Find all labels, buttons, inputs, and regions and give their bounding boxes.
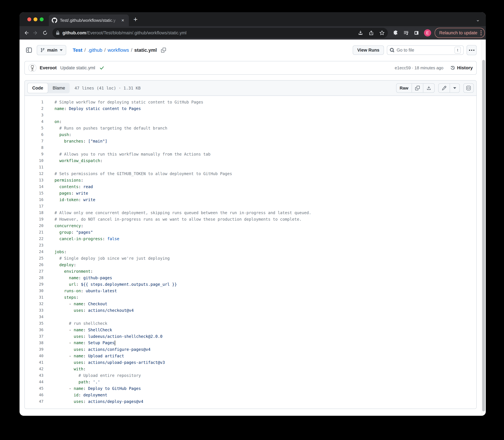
minimize-window-button[interactable] (34, 17, 37, 21)
line-number[interactable]: 32 (25, 302, 43, 306)
browser-menu-kebab-icon[interactable] (481, 30, 482, 35)
file-header: main Test / .github / workflows / static… (20, 40, 482, 57)
breadcrumb-separator: / (84, 47, 86, 53)
close-window-button[interactable] (27, 17, 31, 21)
breadcrumb-dir-link[interactable]: workflows (108, 47, 129, 53)
raw-button[interactable]: Raw (396, 84, 412, 92)
tab-code[interactable]: Code (27, 83, 48, 93)
bookmark-star-icon[interactable] (379, 30, 385, 35)
tab-strip-chevron-icon[interactable]: ⌄ (476, 17, 480, 22)
commit-sha-time[interactable]: e1ecc59 · 18 minutes ago (395, 65, 443, 70)
line-number[interactable]: 15 (25, 191, 43, 195)
save-download-icon[interactable] (358, 30, 363, 35)
view-runs-button[interactable]: View Runs (353, 45, 384, 55)
go-to-file-input[interactable]: Go to file t (387, 45, 464, 55)
line-number[interactable]: 19 (25, 217, 43, 221)
line-number[interactable]: 39 (25, 347, 43, 351)
line-number[interactable]: 34 (25, 315, 43, 319)
line-number[interactable]: 4 (25, 119, 43, 124)
line-number[interactable]: 47 (25, 399, 43, 404)
line-number[interactable]: 45 (25, 386, 43, 391)
line-number[interactable]: 23 (25, 243, 43, 247)
back-icon[interactable] (23, 30, 29, 36)
breadcrumb-dir-link[interactable]: .github (88, 47, 102, 53)
commit-author-avatar[interactable] (28, 64, 36, 72)
profile-avatar[interactable]: E (424, 29, 431, 36)
line-number[interactable]: 46 (25, 393, 43, 397)
copy-path-icon[interactable] (161, 48, 166, 53)
commit-message[interactable]: Update static.yml (60, 65, 95, 70)
media-playlist-icon[interactable] (403, 30, 409, 35)
code-line: 14 contents: read (25, 183, 476, 190)
line-number[interactable]: 24 (25, 250, 43, 254)
code-line: 21 group: "pages" (25, 229, 476, 235)
line-number[interactable]: 6 (25, 132, 43, 137)
line-number[interactable]: 43 (25, 373, 43, 378)
file-tree-toggle-icon[interactable] (26, 47, 32, 53)
line-number[interactable]: 7 (25, 139, 43, 143)
header-actions: View Runs Go to file t (353, 45, 477, 55)
line-number[interactable]: 14 (25, 185, 43, 189)
side-panel-icon[interactable] (414, 30, 419, 35)
relaunch-to-update-button[interactable]: Relaunch to update (435, 28, 485, 38)
line-number[interactable]: 10 (25, 158, 43, 163)
line-number[interactable]: 35 (25, 321, 43, 325)
symbols-panel-button[interactable] (463, 83, 474, 93)
edit-dropdown-button[interactable] (450, 84, 459, 92)
copy-raw-button[interactable] (412, 84, 423, 92)
line-number[interactable]: 28 (25, 276, 43, 280)
new-tab-button[interactable]: + (133, 16, 138, 23)
line-number[interactable]: 17 (25, 204, 43, 208)
history-button[interactable]: History (450, 65, 473, 70)
maximize-window-button[interactable] (40, 17, 44, 21)
code-line: 44 path: '.' (25, 379, 476, 385)
line-number[interactable]: 26 (25, 263, 43, 267)
line-number[interactable]: 25 (25, 256, 43, 260)
line-number[interactable]: 36 (25, 328, 43, 332)
tab-blame[interactable]: Blame (48, 83, 70, 93)
line-number[interactable]: 11 (25, 165, 43, 169)
lock-icon[interactable] (56, 30, 60, 35)
line-number[interactable]: 16 (25, 198, 43, 202)
line-number[interactable]: 29 (25, 282, 43, 286)
line-number[interactable]: 30 (25, 289, 43, 293)
reload-icon[interactable] (42, 30, 48, 36)
line-number[interactable]: 13 (25, 178, 43, 182)
download-raw-button[interactable] (423, 84, 434, 92)
line-number[interactable]: 5 (25, 126, 43, 130)
line-number[interactable]: 21 (25, 230, 43, 234)
scrollbar-thumb[interactable] (482, 60, 485, 411)
line-number[interactable]: 2 (25, 106, 43, 111)
edit-file-button[interactable] (439, 84, 450, 92)
commit-author[interactable]: Everoot (40, 65, 57, 70)
line-number[interactable]: 33 (25, 308, 43, 312)
share-icon[interactable] (369, 30, 374, 35)
line-number[interactable]: 8 (25, 145, 43, 150)
line-number[interactable]: 37 (25, 334, 43, 338)
line-number[interactable]: 31 (25, 295, 43, 299)
line-number[interactable]: 40 (25, 354, 43, 358)
line-number[interactable]: 3 (25, 113, 43, 117)
forward-icon[interactable] (33, 30, 38, 36)
line-number[interactable]: 1 (25, 100, 43, 104)
address-bar[interactable]: github.com/Everoot/Test/blob/main/.githu… (52, 28, 388, 38)
line-number[interactable]: 12 (25, 172, 43, 176)
line-number[interactable]: 20 (25, 224, 43, 228)
tab-close-icon[interactable]: × (121, 18, 124, 23)
page-scrollbar[interactable] (481, 40, 486, 416)
browser-tab[interactable]: Test/.github/workflows/static.y × (49, 14, 129, 26)
line-number[interactable]: 27 (25, 269, 43, 273)
line-number[interactable]: 22 (25, 237, 43, 241)
line-number[interactable]: 42 (25, 367, 43, 371)
line-number[interactable]: 44 (25, 380, 43, 384)
breadcrumb-repo-link[interactable]: Test (73, 47, 82, 53)
line-number[interactable]: 18 (25, 211, 43, 215)
git-branch-icon (40, 48, 45, 52)
checks-passed-icon[interactable] (99, 65, 104, 70)
more-options-button[interactable] (467, 45, 477, 55)
branch-selector[interactable]: main (37, 45, 66, 55)
line-number[interactable]: 9 (25, 152, 43, 156)
line-number[interactable]: 41 (25, 360, 43, 364)
extensions-puzzle-icon[interactable] (393, 30, 398, 35)
line-number[interactable]: 38 (25, 341, 43, 345)
